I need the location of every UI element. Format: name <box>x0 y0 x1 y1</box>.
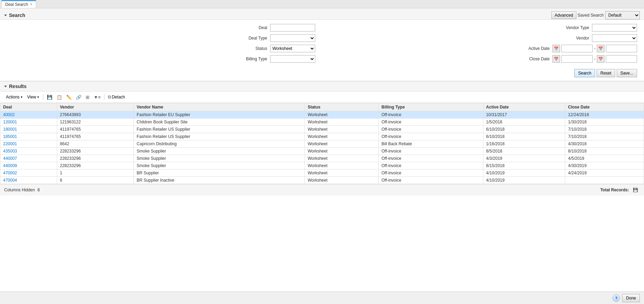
edit-icon: ✏️ <box>66 95 72 100</box>
close-date-range: 📅 - 📅 <box>552 55 637 63</box>
filter-btn[interactable]: ▼≡ <box>92 93 102 101</box>
search-form: Deal Deal Type Status Worksheet Billing … <box>0 20 644 67</box>
view-label: View <box>27 95 36 99</box>
col-status: Status <box>305 103 379 111</box>
footer-right: Total Records: 💾 <box>600 186 640 194</box>
advanced-button[interactable]: Advanced <box>551 11 576 19</box>
table-row[interactable]: 4700021BR SupplierWorksheetOff-invoice4/… <box>0 170 644 177</box>
detach-icon: ⧉ <box>108 94 111 100</box>
active-date-separator: - <box>594 46 595 51</box>
toolbar-separator-2 <box>104 94 104 100</box>
save-button[interactable]: Save... <box>617 69 637 77</box>
deal-link[interactable]: 440009 <box>3 163 17 168</box>
search-section-title: Search <box>9 12 25 18</box>
search-button[interactable]: Search <box>574 69 595 77</box>
deal-link[interactable]: 220001 <box>3 141 17 146</box>
status-select[interactable]: Worksheet <box>270 45 315 52</box>
deal-link[interactable]: 470002 <box>3 171 17 175</box>
table-row[interactable]: 440009228233296Smoke SupplierWorksheetOf… <box>0 162 644 170</box>
done-button[interactable]: Done <box>622 294 640 302</box>
col-deal: Deal <box>0 103 57 111</box>
detach-btn[interactable]: ⧉ Detach <box>106 93 127 101</box>
save-table-btn[interactable]: 💾 <box>45 93 54 101</box>
results-area: Results Actions ▼ View ▼ 💾 📋 ✏️ 🔗 <box>0 81 644 196</box>
view-dropdown-btn[interactable]: View ▼ <box>25 93 41 101</box>
active-date-field-row: Active Date 📅 - 📅 <box>329 45 637 52</box>
collapse-triangle-icon[interactable] <box>4 15 7 16</box>
edit-btn[interactable]: ✏️ <box>65 93 74 101</box>
grid-icon: ⊞ <box>86 95 89 100</box>
close-date-to-calendar-icon[interactable]: 📅 <box>597 55 604 63</box>
table-row[interactable]: 440007228233296Smoke SupplierWorksheetOf… <box>0 155 644 162</box>
view-dropdown-arrow-icon: ▼ <box>37 96 40 99</box>
deal-link[interactable]: 185001 <box>3 134 17 139</box>
active-date-range: 📅 - 📅 <box>552 45 637 52</box>
active-date-to-input[interactable] <box>606 45 637 52</box>
deal-input[interactable] <box>270 24 315 32</box>
deal-link[interactable]: 470004 <box>3 178 17 183</box>
link-icon: 🔗 <box>76 95 81 100</box>
toolbar-separator-1 <box>43 94 43 100</box>
help-button[interactable]: ? <box>612 294 620 302</box>
active-date-from-calendar-icon[interactable]: 📅 <box>552 45 560 52</box>
deal-link[interactable]: 180001 <box>3 127 17 132</box>
col-billing-type: Billing Type <box>378 103 483 111</box>
table-row[interactable]: 4700046BR Supplier InactiveWorksheetOff-… <box>0 177 644 184</box>
col-active-date: Active Date <box>483 103 565 111</box>
tab-label: Deal Search <box>5 2 28 7</box>
close-date-to-input[interactable] <box>606 55 637 63</box>
results-collapse-icon[interactable] <box>4 86 7 87</box>
active-date-from-input[interactable] <box>561 45 593 52</box>
reset-button[interactable]: Reset <box>596 69 615 77</box>
deal-search-tab[interactable]: Deal Search × <box>1 0 36 8</box>
search-header-row: Search Advanced Saved Search Default <box>0 8 644 20</box>
vendor-type-select[interactable] <box>592 24 637 32</box>
export-icon: 💾 <box>633 188 638 192</box>
deal-type-label: Deal Type <box>240 36 267 41</box>
deal-link[interactable]: 435003 <box>3 149 17 154</box>
table-row[interactable]: 435003228233296Smoke SupplierWorksheetOf… <box>0 148 644 155</box>
search-header-right: Advanced Saved Search Default <box>551 11 640 19</box>
vendor-type-field-row: Vendor Type <box>329 24 637 32</box>
vendor-select[interactable] <box>592 34 637 42</box>
total-records-label: Total Records: <box>600 188 629 192</box>
table-row[interactable]: 185001411974765Fashion Retailer US Suppl… <box>0 133 644 140</box>
close-date-field-row: Close Date 📅 - 📅 <box>329 55 637 63</box>
columns-hidden-value: 8 <box>37 188 40 192</box>
deal-type-select[interactable] <box>270 34 315 42</box>
table-row[interactable]: 2200018642Capricorn DistributingWorkshee… <box>0 140 644 148</box>
results-header-row: Results <box>0 81 644 92</box>
vendor-label: Vendor <box>561 36 589 41</box>
results-toolbar: Actions ▼ View ▼ 💾 📋 ✏️ 🔗 ⊞ <box>0 92 644 103</box>
close-date-from-input[interactable] <box>561 55 593 63</box>
table-row[interactable]: 120001121963122Children Book Supplier Si… <box>0 119 644 126</box>
columns-hidden-info: Columns Hidden 8 <box>4 188 40 192</box>
vendor-field-row: Vendor <box>329 34 637 42</box>
results-table-wrapper: Deal Vendor Vendor Name Status Billing T… <box>0 103 644 184</box>
tab-close-btn[interactable]: × <box>30 2 32 6</box>
close-date-from-calendar-icon[interactable]: 📅 <box>552 55 560 63</box>
add-row-btn[interactable]: 📋 <box>55 93 64 101</box>
deal-link[interactable]: 40002 <box>3 112 15 117</box>
actions-dropdown-btn[interactable]: Actions ▼ <box>4 93 25 101</box>
table-row[interactable]: 180001411974765Fashion Retailer US Suppl… <box>0 126 644 133</box>
deal-link[interactable]: 440007 <box>3 156 17 161</box>
export-btn[interactable]: 💾 <box>631 186 640 194</box>
grid-btn[interactable]: ⊞ <box>84 93 91 101</box>
search-area: Search Advanced Saved Search Default Dea… <box>0 8 644 81</box>
deal-type-field-row: Deal Type <box>7 34 315 42</box>
table-row[interactable]: 40002276643993Fashion Retailer EU Suppli… <box>0 111 644 119</box>
close-date-label: Close Date <box>522 57 550 61</box>
search-header-left: Search <box>4 12 25 18</box>
add-row-icon: 📋 <box>57 95 62 100</box>
billing-type-select[interactable] <box>270 55 315 63</box>
col-close-date: Close Date <box>565 103 644 111</box>
saved-search-select[interactable]: Default <box>605 11 640 19</box>
active-date-to-calendar-icon[interactable]: 📅 <box>597 45 604 52</box>
link-btn[interactable]: 🔗 <box>74 93 83 101</box>
close-date-separator: - <box>594 57 595 61</box>
billing-type-label: Billing Type <box>240 57 267 61</box>
deal-link[interactable]: 120001 <box>3 120 17 124</box>
saved-search-label: Saved Search <box>578 13 604 18</box>
col-vendor: Vendor <box>57 103 134 111</box>
